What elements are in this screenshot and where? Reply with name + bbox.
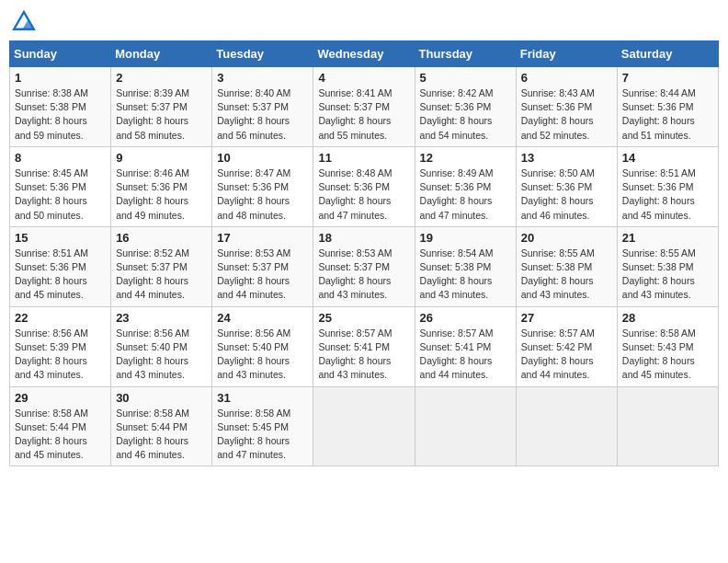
header — [9, 9, 719, 35]
calendar-day-cell: 21 Sunrise: 8:55 AM Sunset: 5:38 PM Dayl… — [617, 226, 718, 306]
day-info: Sunrise: 8:53 AM Sunset: 5:37 PM Dayligh… — [217, 247, 308, 303]
calendar-day-cell — [516, 386, 617, 466]
calendar-day-cell: 20 Sunrise: 8:55 AM Sunset: 5:38 PM Dayl… — [516, 226, 617, 306]
day-number: 26 — [420, 311, 511, 325]
day-number: 10 — [217, 151, 308, 165]
day-number: 9 — [116, 151, 207, 165]
day-number: 22 — [15, 311, 106, 325]
day-number: 24 — [217, 311, 308, 325]
day-number: 28 — [622, 311, 713, 325]
day-info: Sunrise: 8:48 AM Sunset: 5:36 PM Dayligh… — [318, 167, 409, 223]
day-info: Sunrise: 8:55 AM Sunset: 5:38 PM Dayligh… — [521, 247, 612, 303]
day-number: 11 — [318, 151, 409, 165]
calendar-day-cell: 29 Sunrise: 8:58 AM Sunset: 5:44 PM Dayl… — [10, 386, 111, 466]
calendar-week-row: 22 Sunrise: 8:56 AM Sunset: 5:39 PM Dayl… — [10, 306, 719, 386]
day-info: Sunrise: 8:53 AM Sunset: 5:37 PM Dayligh… — [318, 247, 409, 303]
day-info: Sunrise: 8:58 AM Sunset: 5:43 PM Dayligh… — [622, 327, 713, 383]
day-number: 29 — [15, 391, 106, 405]
day-info: Sunrise: 8:44 AM Sunset: 5:36 PM Dayligh… — [622, 86, 713, 143]
day-info: Sunrise: 8:51 AM Sunset: 5:36 PM Dayligh… — [15, 247, 106, 303]
day-info: Sunrise: 8:55 AM Sunset: 5:38 PM Dayligh… — [622, 247, 713, 303]
calendar-day-cell: 24 Sunrise: 8:56 AM Sunset: 5:40 PM Dayl… — [212, 306, 313, 386]
weekday-header: Thursday — [415, 41, 516, 67]
day-number: 18 — [318, 231, 409, 245]
day-number: 3 — [217, 71, 308, 85]
day-number: 17 — [217, 231, 308, 245]
day-number: 2 — [116, 71, 207, 85]
day-info: Sunrise: 8:58 AM Sunset: 5:45 PM Dayligh… — [217, 407, 308, 463]
day-info: Sunrise: 8:57 AM Sunset: 5:42 PM Dayligh… — [521, 327, 612, 383]
calendar-day-cell: 19 Sunrise: 8:54 AM Sunset: 5:38 PM Dayl… — [415, 226, 516, 306]
calendar-day-cell: 3 Sunrise: 8:40 AM Sunset: 5:37 PM Dayli… — [212, 67, 313, 147]
day-number: 30 — [116, 391, 207, 405]
calendar-week-row: 29 Sunrise: 8:58 AM Sunset: 5:44 PM Dayl… — [10, 386, 719, 466]
weekday-header: Monday — [111, 41, 212, 67]
calendar-day-cell — [415, 386, 516, 466]
day-info: Sunrise: 8:49 AM Sunset: 5:36 PM Dayligh… — [420, 167, 511, 223]
day-info: Sunrise: 8:45 AM Sunset: 5:36 PM Dayligh… — [15, 167, 106, 223]
calendar-day-cell: 16 Sunrise: 8:52 AM Sunset: 5:37 PM Dayl… — [111, 226, 212, 306]
logo-icon — [11, 9, 37, 35]
day-number: 7 — [622, 71, 713, 85]
calendar-day-cell: 1 Sunrise: 8:38 AM Sunset: 5:38 PM Dayli… — [10, 67, 111, 147]
day-info: Sunrise: 8:56 AM Sunset: 5:40 PM Dayligh… — [217, 327, 308, 383]
day-info: Sunrise: 8:41 AM Sunset: 5:37 PM Dayligh… — [318, 86, 409, 143]
calendar-day-cell: 4 Sunrise: 8:41 AM Sunset: 5:37 PM Dayli… — [313, 67, 415, 147]
day-info: Sunrise: 8:42 AM Sunset: 5:36 PM Dayligh… — [420, 86, 511, 143]
calendar-day-cell — [313, 386, 415, 466]
calendar-day-cell: 28 Sunrise: 8:58 AM Sunset: 5:43 PM Dayl… — [617, 306, 718, 386]
day-number: 25 — [318, 311, 409, 325]
calendar-day-cell: 31 Sunrise: 8:58 AM Sunset: 5:45 PM Dayl… — [212, 386, 313, 466]
calendar-day-cell: 13 Sunrise: 8:50 AM Sunset: 5:36 PM Dayl… — [516, 146, 617, 226]
calendar-day-cell: 6 Sunrise: 8:43 AM Sunset: 5:36 PM Dayli… — [516, 67, 617, 147]
day-info: Sunrise: 8:56 AM Sunset: 5:39 PM Dayligh… — [15, 327, 106, 383]
calendar-week-row: 15 Sunrise: 8:51 AM Sunset: 5:36 PM Dayl… — [10, 226, 719, 306]
weekday-header-row: SundayMondayTuesdayWednesdayThursdayFrid… — [10, 41, 719, 67]
weekday-header: Saturday — [617, 41, 718, 67]
calendar-day-cell: 5 Sunrise: 8:42 AM Sunset: 5:36 PM Dayli… — [415, 67, 516, 147]
day-number: 27 — [521, 311, 612, 325]
day-number: 19 — [420, 231, 511, 245]
calendar-day-cell: 22 Sunrise: 8:56 AM Sunset: 5:39 PM Dayl… — [10, 306, 111, 386]
day-number: 13 — [521, 151, 612, 165]
day-number: 31 — [217, 391, 308, 405]
calendar-day-cell: 15 Sunrise: 8:51 AM Sunset: 5:36 PM Dayl… — [10, 226, 111, 306]
day-number: 14 — [622, 151, 713, 165]
calendar-week-row: 1 Sunrise: 8:38 AM Sunset: 5:38 PM Dayli… — [10, 67, 719, 147]
day-info: Sunrise: 8:52 AM Sunset: 5:37 PM Dayligh… — [116, 247, 207, 303]
day-info: Sunrise: 8:39 AM Sunset: 5:37 PM Dayligh… — [116, 86, 207, 143]
calendar-day-cell: 17 Sunrise: 8:53 AM Sunset: 5:37 PM Dayl… — [212, 226, 313, 306]
calendar-day-cell: 10 Sunrise: 8:47 AM Sunset: 5:36 PM Dayl… — [212, 146, 313, 226]
calendar-day-cell: 14 Sunrise: 8:51 AM Sunset: 5:36 PM Dayl… — [617, 146, 718, 226]
calendar-day-cell: 7 Sunrise: 8:44 AM Sunset: 5:36 PM Dayli… — [617, 67, 718, 147]
day-number: 1 — [15, 71, 106, 85]
calendar-day-cell: 27 Sunrise: 8:57 AM Sunset: 5:42 PM Dayl… — [516, 306, 617, 386]
day-number: 12 — [420, 151, 511, 165]
day-number: 21 — [622, 231, 713, 245]
calendar-day-cell: 12 Sunrise: 8:49 AM Sunset: 5:36 PM Dayl… — [415, 146, 516, 226]
day-number: 5 — [420, 71, 511, 85]
day-info: Sunrise: 8:43 AM Sunset: 5:36 PM Dayligh… — [521, 86, 612, 143]
day-number: 4 — [318, 71, 409, 85]
calendar-day-cell — [617, 386, 718, 466]
calendar-day-cell: 2 Sunrise: 8:39 AM Sunset: 5:37 PM Dayli… — [111, 67, 212, 147]
day-info: Sunrise: 8:58 AM Sunset: 5:44 PM Dayligh… — [15, 407, 106, 463]
day-info: Sunrise: 8:38 AM Sunset: 5:38 PM Dayligh… — [15, 86, 106, 143]
calendar-day-cell: 30 Sunrise: 8:58 AM Sunset: 5:44 PM Dayl… — [111, 386, 212, 466]
day-number: 8 — [15, 151, 106, 165]
day-info: Sunrise: 8:40 AM Sunset: 5:37 PM Dayligh… — [217, 86, 308, 143]
calendar-week-row: 8 Sunrise: 8:45 AM Sunset: 5:36 PM Dayli… — [10, 146, 719, 226]
calendar-day-cell: 26 Sunrise: 8:57 AM Sunset: 5:41 PM Dayl… — [415, 306, 516, 386]
logo — [9, 9, 39, 35]
day-number: 16 — [116, 231, 207, 245]
day-info: Sunrise: 8:58 AM Sunset: 5:44 PM Dayligh… — [116, 407, 207, 463]
day-number: 23 — [116, 311, 207, 325]
calendar-day-cell: 9 Sunrise: 8:46 AM Sunset: 5:36 PM Dayli… — [111, 146, 212, 226]
calendar-table: SundayMondayTuesdayWednesdayThursdayFrid… — [9, 40, 719, 466]
day-info: Sunrise: 8:56 AM Sunset: 5:40 PM Dayligh… — [116, 327, 207, 383]
day-info: Sunrise: 8:46 AM Sunset: 5:36 PM Dayligh… — [116, 167, 207, 223]
day-info: Sunrise: 8:51 AM Sunset: 5:36 PM Dayligh… — [622, 167, 713, 223]
calendar-day-cell: 11 Sunrise: 8:48 AM Sunset: 5:36 PM Dayl… — [313, 146, 415, 226]
calendar-day-cell: 8 Sunrise: 8:45 AM Sunset: 5:36 PM Dayli… — [10, 146, 111, 226]
weekday-header: Tuesday — [212, 41, 313, 67]
